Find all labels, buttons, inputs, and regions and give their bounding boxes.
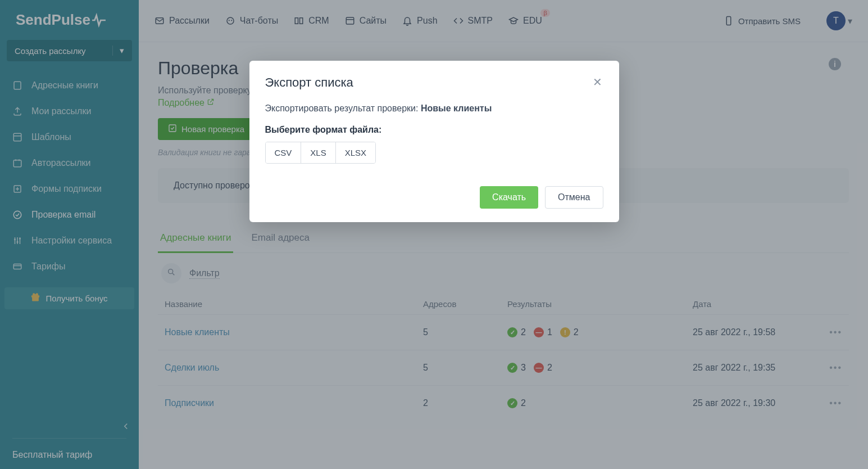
modal-title: Экспорт списка	[265, 75, 353, 90]
format-csv-button[interactable]: CSV	[266, 142, 302, 163]
format-xls-button[interactable]: XLS	[301, 142, 335, 163]
cancel-button[interactable]: Отмена	[545, 186, 603, 209]
modal-overlay[interactable]: Экспорт списка ✕ Экспортировать результа…	[0, 0, 868, 469]
format-button-group: CSV XLS XLSX	[265, 142, 376, 164]
modal-format-label: Выберите формат файла:	[265, 125, 603, 135]
modal-export-text: Экспортировать результат проверки: Новые…	[265, 103, 603, 114]
modal-list-name: Новые клиенты	[421, 103, 492, 113]
format-xlsx-button[interactable]: XLSX	[336, 142, 375, 163]
close-icon: ✕	[593, 76, 602, 88]
download-button[interactable]: Скачать	[480, 186, 538, 209]
export-modal: Экспорт списка ✕ Экспортировать результа…	[249, 61, 619, 222]
modal-close-button[interactable]: ✕	[592, 75, 603, 89]
